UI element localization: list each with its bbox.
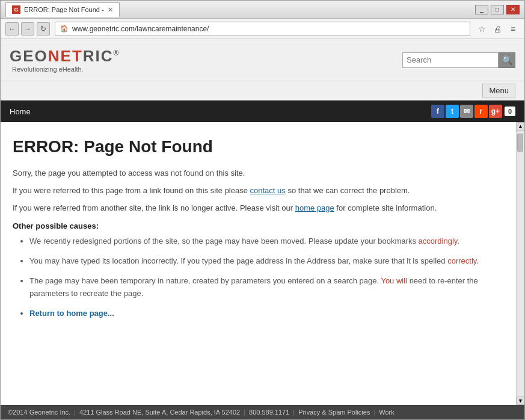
site-wrapper: GEONETRIC® Revolutionizing eHealth. 🔍 Me… xyxy=(1,39,524,419)
work-link[interactable]: Work xyxy=(379,409,394,416)
content-area: ERROR: Page Not Found Sorry, the page yo… xyxy=(1,122,524,405)
bullet3-text: The page may have been temporary in natu… xyxy=(29,276,478,298)
site-header: GEONETRIC® Revolutionizing eHealth. 🔍 xyxy=(1,39,524,81)
url-icon: 🏠 xyxy=(60,25,69,32)
tab-icon: G xyxy=(12,5,20,14)
scroll-content: ERROR: Page Not Found Sorry, the page yo… xyxy=(1,122,516,405)
logo-net: NET xyxy=(48,47,83,65)
error-line3: If you were referred from another site, … xyxy=(13,202,504,215)
list-item: The page may have been temporary in natu… xyxy=(29,275,504,300)
header-right: 🔍 xyxy=(402,52,515,68)
facebook-icon[interactable]: f xyxy=(431,105,444,118)
search-input[interactable] xyxy=(402,52,499,68)
scroll-up-button[interactable]: ▲ xyxy=(517,122,525,131)
site-nav: Home f t ✉ r g+ 0 xyxy=(1,100,524,122)
nav-buttons: ← → ↻ xyxy=(5,22,50,36)
logo-registered: ® xyxy=(114,49,120,57)
footer-phone: 800.589.1171 xyxy=(249,409,289,416)
maximize-button[interactable]: □ xyxy=(491,5,504,14)
error-list: We recently redesigned portions of the s… xyxy=(29,235,504,320)
logo-area: GEONETRIC® Revolutionizing eHealth. xyxy=(10,47,120,73)
googleplus-icon[interactable]: g+ xyxy=(489,105,502,118)
address-bar: ← → ↻ 🏠 www.geonetric.com/lawncaremainte… xyxy=(1,19,524,39)
logo-geo: GEO xyxy=(10,47,48,65)
error-line1: Sorry, the page you attempted to access … xyxy=(13,167,504,180)
footer-text: ©2014 Geonetric Inc. | 4211 Glass Road N… xyxy=(8,409,395,416)
privacy-link[interactable]: Privacy & Spam Policies xyxy=(298,409,370,416)
social-icons: f t ✉ r g+ 0 xyxy=(431,105,515,118)
list-item: We recently redesigned portions of the s… xyxy=(29,235,504,248)
contact-us-link[interactable]: contact us xyxy=(250,186,286,195)
menu-button[interactable]: Menu xyxy=(482,84,515,97)
other-causes-label: Other possible causes: xyxy=(13,221,504,230)
search-button[interactable]: 🔍 xyxy=(499,52,515,68)
tab-area: G ERROR: Page Not Found - ✕ xyxy=(5,2,120,17)
search-box: 🔍 xyxy=(402,52,515,68)
tab-close-icon[interactable]: ✕ xyxy=(108,6,113,14)
list-item: You may have typed its location incorrec… xyxy=(29,255,504,268)
footer-address: 4211 Glass Road NE, Suite A, Cedar Rapid… xyxy=(79,409,240,416)
nav-home-link[interactable]: Home xyxy=(10,107,31,116)
title-bar: G ERROR: Page Not Found - ✕ _ □ ✕ xyxy=(1,1,524,19)
menu-icon[interactable]: ≡ xyxy=(506,22,520,36)
minimize-button[interactable]: _ xyxy=(475,5,488,14)
reddit-icon[interactable]: r xyxy=(474,105,488,118)
tab-title: ERROR: Page Not Found - xyxy=(24,6,104,13)
error-line2: If you were referred to this page from a… xyxy=(13,185,504,197)
url-bar[interactable]: 🏠 www.geonetric.com/lawncaremaintenance/ xyxy=(55,22,470,36)
social-count: 0 xyxy=(505,107,515,116)
scrollbar[interactable]: ▲ ▼ xyxy=(516,122,524,405)
forward-button[interactable]: → xyxy=(21,22,34,36)
error-title: ERROR: Page Not Found xyxy=(13,137,504,156)
window-controls: _ □ ✕ xyxy=(475,5,520,14)
search-icon: 🔍 xyxy=(502,55,512,65)
bookmark-icon[interactable]: ☆ xyxy=(475,22,488,36)
main-content: ERROR: Page Not Found Sorry, the page yo… xyxy=(1,122,516,339)
scroll-down-button[interactable]: ▼ xyxy=(517,397,525,405)
logo-tagline: Revolutionizing eHealth. xyxy=(12,66,120,73)
footer-sep2: | xyxy=(244,409,245,416)
email-icon[interactable]: ✉ xyxy=(460,105,473,118)
error-line2-pre: If you were referred to this page from a… xyxy=(13,186,250,195)
browser-frame: G ERROR: Page Not Found - ✕ _ □ ✕ ← → ↻ … xyxy=(0,0,525,420)
footer-sep3: | xyxy=(293,409,295,416)
back-button[interactable]: ← xyxy=(5,22,19,36)
logo-text: GEONETRIC® xyxy=(10,47,120,66)
url-text: www.geonetric.com/lawncaremaintenance/ xyxy=(72,25,209,33)
print-icon[interactable]: 🖨 xyxy=(491,22,504,36)
close-button[interactable]: ✕ xyxy=(506,5,520,14)
home-page-link[interactable]: home page xyxy=(295,203,334,212)
return-home-link[interactable]: Return to home page... xyxy=(29,309,114,318)
footer-sep4: | xyxy=(373,409,375,416)
twitter-icon[interactable]: t xyxy=(446,105,459,118)
footer-sep1: | xyxy=(74,409,76,416)
browser-tab[interactable]: G ERROR: Page Not Found - ✕ xyxy=(5,2,120,17)
error-line3-pre: If you were referred from another site, … xyxy=(13,203,295,212)
bullet1-text: We recently redesigned portions of the s… xyxy=(29,236,459,246)
scroll-track xyxy=(517,131,524,397)
footer-copyright: ©2014 Geonetric Inc. xyxy=(8,409,70,416)
error-line2-post: so that we can correct the problem. xyxy=(286,186,410,195)
bullet2-text: You may have typed its location incorrec… xyxy=(29,256,479,265)
scroll-thumb[interactable] xyxy=(517,134,523,152)
list-item: Return to home page... xyxy=(29,307,504,320)
error-line3-post: for complete site information. xyxy=(334,203,437,212)
menu-bar: Menu xyxy=(1,81,524,100)
refresh-button[interactable]: ↻ xyxy=(37,22,50,36)
site-footer: ©2014 Geonetric Inc. | 4211 Glass Road N… xyxy=(1,405,524,419)
address-actions: ☆ 🖨 ≡ xyxy=(475,22,520,36)
logo-ric: RIC xyxy=(83,47,114,65)
